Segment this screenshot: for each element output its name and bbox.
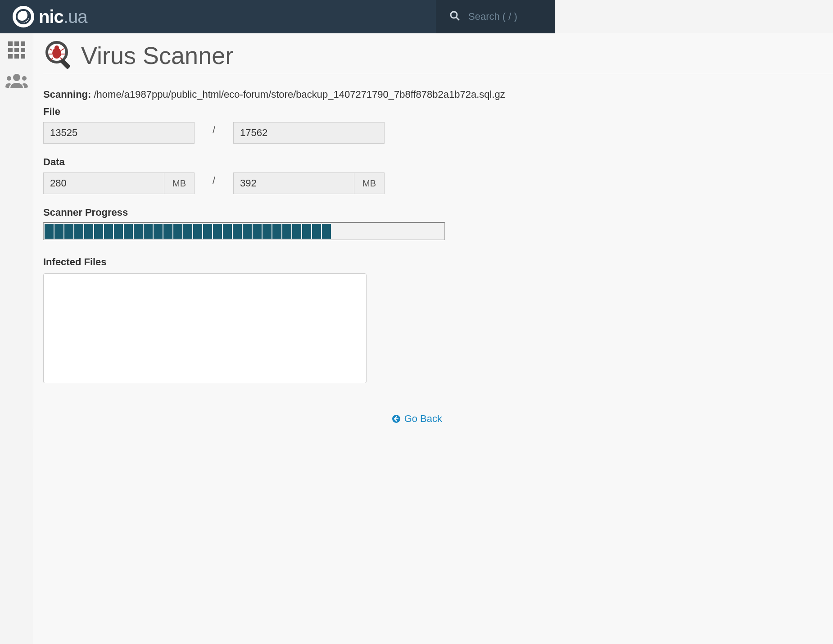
file-label: File xyxy=(43,106,555,118)
svg-point-12 xyxy=(7,76,11,81)
file-total-field: 17562 xyxy=(233,122,385,144)
progress-bar xyxy=(43,222,445,240)
brand-tld: .ua xyxy=(63,7,87,27)
svg-rect-9 xyxy=(14,54,19,59)
go-back-row: Go Back xyxy=(43,413,444,425)
data-total-unit: MB xyxy=(354,172,385,194)
brand-main: nic xyxy=(39,7,63,27)
page-title: Virus Scanner xyxy=(81,41,233,69)
search-input[interactable] xyxy=(468,11,546,23)
virus-scanner-icon xyxy=(43,39,75,72)
data-current-field: 280 xyxy=(43,172,164,194)
svg-point-16 xyxy=(54,45,59,50)
svg-rect-7 xyxy=(21,48,25,52)
users-icon[interactable] xyxy=(5,73,28,91)
data-row: 280 MB / 392 MB xyxy=(43,172,555,194)
svg-rect-23 xyxy=(60,59,71,69)
svg-rect-8 xyxy=(8,54,13,59)
left-sidebar xyxy=(0,33,33,429)
main-content: Virus Scanner Scanning: /home/a1987ppu/p… xyxy=(33,33,555,429)
data-separator: / xyxy=(195,175,233,186)
file-separator: / xyxy=(195,124,233,136)
svg-rect-6 xyxy=(14,48,19,52)
brand-logo-icon xyxy=(13,6,34,27)
file-current-field: 13525 xyxy=(43,122,195,144)
svg-rect-4 xyxy=(21,41,25,46)
svg-rect-10 xyxy=(21,54,25,59)
apps-grid-icon[interactable] xyxy=(7,41,26,61)
brand-logo-text: nic.ua xyxy=(39,7,87,27)
data-total-field: 392 xyxy=(233,172,354,194)
infected-label: Infected Files xyxy=(43,256,555,268)
header-search[interactable] xyxy=(436,0,555,33)
scanning-label: Scanning: xyxy=(43,89,91,100)
app-header: nic.ua xyxy=(0,0,555,33)
go-back-label: Go Back xyxy=(404,413,442,425)
file-row: 13525 / 17562 xyxy=(43,122,555,144)
brand-logo[interactable]: nic.ua xyxy=(13,6,87,27)
page-title-row: Virus Scanner xyxy=(43,39,555,74)
data-label: Data xyxy=(43,156,555,168)
search-icon xyxy=(449,10,460,23)
scanning-line: Scanning: /home/a1987ppu/public_html/eco… xyxy=(43,89,555,100)
infected-files-box xyxy=(43,273,367,383)
svg-rect-3 xyxy=(14,41,19,46)
arrow-left-circle-icon xyxy=(392,414,401,423)
progress-label: Scanner Progress xyxy=(43,207,555,218)
scanning-path: /home/a1987ppu/public_html/eco-forum/sto… xyxy=(94,89,505,100)
svg-line-1 xyxy=(456,17,459,20)
svg-rect-2 xyxy=(8,41,13,46)
svg-point-11 xyxy=(13,74,20,81)
go-back-link[interactable]: Go Back xyxy=(392,413,442,425)
svg-rect-5 xyxy=(8,48,13,52)
data-current-unit: MB xyxy=(164,172,195,194)
svg-point-13 xyxy=(22,76,27,81)
